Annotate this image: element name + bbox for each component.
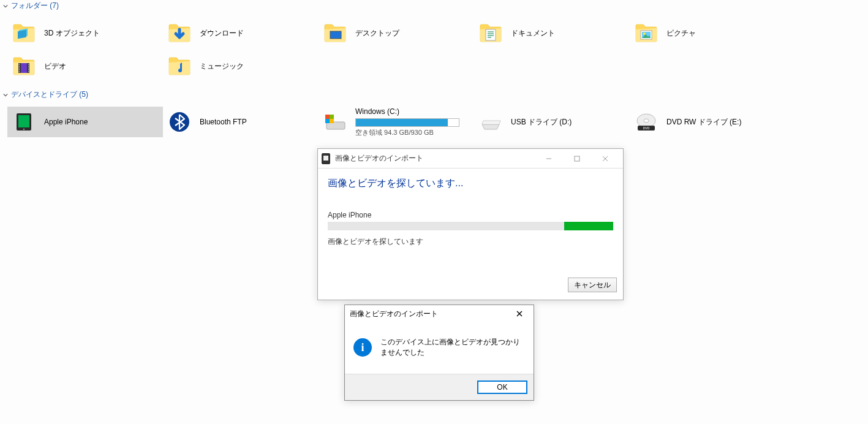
chevron-down-icon	[2, 3, 9, 9]
svg-rect-1	[18, 30, 26, 39]
progress-bar	[328, 222, 613, 230]
picture-folder-icon	[633, 20, 659, 46]
info-icon: i	[353, 338, 372, 357]
phone-icon	[11, 109, 37, 135]
folder-label: 3D オブジェクト	[44, 29, 100, 37]
svg-point-20	[28, 64, 29, 65]
svg-rect-31	[325, 115, 330, 119]
drive-item[interactable]: USB ドライブ (D:)	[474, 107, 630, 137]
folder-label: ダウンロード	[200, 29, 244, 37]
drives-section-title: デバイスとドライブ (5)	[11, 89, 88, 100]
chevron-down-icon	[2, 92, 9, 98]
drive-label: DVD RW ドライブ (E:)	[666, 117, 782, 127]
svg-point-16	[19, 66, 20, 67]
svg-point-11	[643, 32, 646, 35]
folder-label: デスクトップ	[355, 29, 399, 37]
svg-point-18	[19, 69, 20, 70]
folder-label: ビデオ	[44, 62, 66, 70]
svg-point-23	[28, 69, 29, 70]
dialog-title: 画像とビデオのインポート	[350, 309, 438, 319]
drive-label: Apple iPhone	[44, 117, 159, 127]
folder-item[interactable]: ビデオ	[7, 51, 163, 81]
folders-grid: 3D オブジェクトダウンロードデスクトップドキュメントピクチャビデオミュージック	[0, 12, 868, 89]
drive-item[interactable]: Apple iPhone	[7, 107, 163, 137]
folder-item[interactable]: ピクチャ	[630, 18, 785, 48]
drive-item[interactable]: DVDDVD RW ドライブ (E:)	[630, 107, 785, 137]
music-folder-icon	[167, 53, 192, 79]
folder-item[interactable]: ダウンロード	[163, 18, 319, 48]
svg-point-22	[28, 67, 29, 69]
progress-device: Apple iPhone	[328, 211, 613, 219]
dvd-icon: DVD	[633, 109, 659, 135]
svg-rect-33	[325, 119, 330, 123]
import-message-dialog: 画像とビデオのインポート i このデバイス上に画像とビデオが見つかりませんでした…	[344, 305, 534, 401]
svg-point-36	[644, 119, 649, 123]
folder-item[interactable]: デスクトップ	[319, 18, 474, 48]
close-button[interactable]	[591, 151, 619, 167]
svg-point-21	[28, 66, 29, 67]
video-folder-icon	[11, 53, 37, 79]
svg-rect-40	[575, 156, 579, 161]
folder-item[interactable]: ドキュメント	[474, 18, 630, 48]
disk-usage-text: 空き領域 94.3 GB/930 GB	[355, 128, 470, 137]
progress-status: 画像とビデオを探しています	[328, 237, 613, 247]
dialog-titlebar[interactable]: 画像とビデオのインポート	[318, 149, 623, 168]
folder-label: ミュージック	[200, 62, 244, 70]
folders-section-header[interactable]: フォルダー (7)	[0, 0, 868, 12]
ok-button[interactable]: OK	[477, 380, 527, 394]
windisk-icon	[322, 109, 348, 135]
bluetooth-icon	[167, 109, 192, 135]
dialog-title: 画像とビデオのインポート	[335, 153, 423, 164]
drive-item[interactable]: Windows (C:)空き領域 94.3 GB/930 GB	[319, 107, 474, 137]
folders-section-title: フォルダー (7)	[11, 1, 59, 11]
download-folder-icon	[167, 20, 192, 46]
drive-label: Windows (C:)	[355, 107, 470, 116]
svg-rect-32	[330, 115, 334, 119]
svg-point-19	[19, 71, 20, 72]
drives-section-header[interactable]: デバイスとドライブ (5)	[0, 89, 868, 100]
maximize-button[interactable]	[563, 151, 591, 167]
folder-item[interactable]: 3D オブジェクト	[7, 18, 163, 48]
progress-headline: 画像とビデオを探しています...	[328, 177, 613, 190]
usb-icon	[478, 109, 504, 135]
folder-label: ドキュメント	[511, 29, 555, 37]
svg-point-27	[23, 129, 25, 130]
dialog-titlebar[interactable]: 画像とビデオのインポート	[345, 305, 534, 322]
disk-usage-bar	[355, 118, 459, 127]
svg-point-17	[19, 67, 20, 69]
svg-point-15	[19, 64, 20, 65]
desktop-folder-icon	[322, 20, 348, 46]
minimize-button[interactable]	[535, 151, 563, 167]
svg-rect-2	[330, 31, 341, 39]
cancel-button[interactable]: キャンセル	[568, 278, 617, 292]
import-progress-dialog: 画像とビデオのインポート 画像とビデオを探しています... Apple iPho…	[317, 148, 624, 300]
svg-rect-4	[486, 29, 496, 40]
svg-rect-34	[330, 119, 334, 123]
dialog-message: このデバイス上に画像とビデオが見つかりませんでした	[380, 337, 525, 358]
drives-grid: Apple iPhoneBluetooth FTPWindows (C:)空き領…	[0, 100, 868, 145]
folder-item[interactable]: ミュージック	[163, 51, 319, 81]
drive-label: USB ドライブ (D:)	[511, 117, 626, 127]
drive-label: Bluetooth FTP	[200, 117, 315, 127]
close-button[interactable]	[510, 311, 529, 317]
svg-point-24	[28, 71, 29, 72]
folder-label: ピクチャ	[666, 29, 696, 37]
svg-rect-26	[18, 115, 29, 127]
phone-icon	[322, 153, 330, 164]
document-folder-icon	[478, 20, 504, 46]
3d-folder-icon	[11, 20, 37, 46]
svg-text:DVD: DVD	[643, 126, 650, 130]
drive-item[interactable]: Bluetooth FTP	[163, 107, 319, 137]
